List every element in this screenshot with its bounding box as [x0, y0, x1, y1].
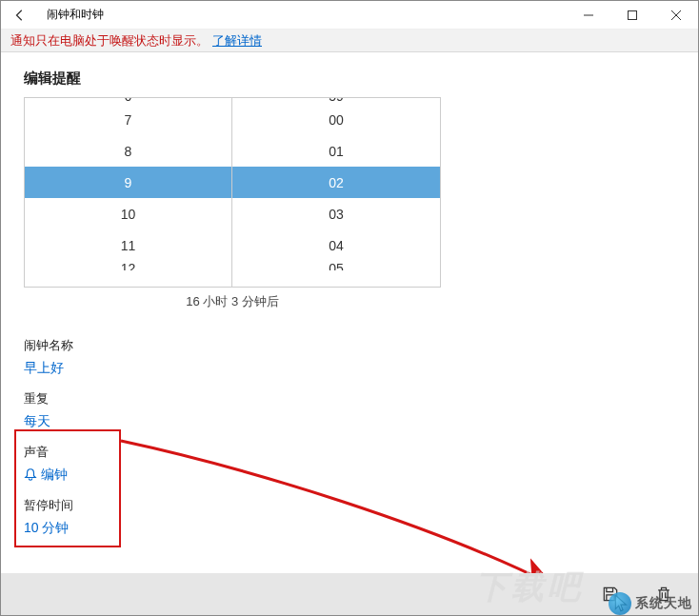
picker-item[interactable]: 8 — [25, 135, 231, 167]
picker-item[interactable]: 01 — [232, 135, 440, 167]
svg-rect-1 — [629, 11, 637, 20]
snooze-label: 暂停时间 — [24, 497, 675, 514]
page-title: 编辑提醒 — [24, 70, 675, 88]
window-titlebar: 闹钟和时钟 — [1, 1, 698, 30]
picker-item[interactable]: 10 — [25, 198, 231, 229]
back-button[interactable] — [1, 1, 39, 30]
picker-item[interactable]: 7 — [25, 104, 231, 135]
picker-item[interactable]: 04 — [232, 229, 440, 261]
sound-text: 编钟 — [41, 467, 68, 484]
picker-item-selected[interactable]: 9 — [25, 167, 231, 198]
learn-more-link[interactable]: 了解详情 — [212, 32, 262, 50]
time-picker[interactable]: 6 7 8 9 10 11 12 59 00 01 02 03 04 05 — [24, 97, 441, 288]
time-remaining-label: 16 小时 3 分钟后 — [24, 288, 441, 324]
minute-column[interactable]: 59 00 01 02 03 04 05 — [232, 98, 440, 287]
sound-label: 声音 — [24, 444, 675, 461]
watermark-bg: 下载吧 — [475, 566, 584, 609]
picker-item[interactable]: 05 — [232, 261, 440, 270]
picker-item[interactable]: 00 — [232, 104, 440, 135]
close-button[interactable] — [654, 1, 698, 30]
picker-item[interactable]: 11 — [25, 229, 231, 261]
notification-bar: 通知只在电脑处于唤醒状态时显示。 了解详情 — [1, 30, 698, 52]
notification-text: 通知只在电脑处于唤醒状态时显示。 — [10, 32, 209, 50]
watermark-text: 系统天地 — [635, 595, 692, 612]
repeat-label: 重复 — [24, 390, 675, 407]
alarm-name-value[interactable]: 早上好 — [24, 360, 675, 377]
maximize-button[interactable] — [610, 1, 654, 30]
command-bar — [1, 573, 698, 615]
picker-item[interactable]: 12 — [25, 261, 231, 270]
content-area: 编辑提醒 6 7 8 9 10 11 12 59 00 01 02 03 04 … — [1, 52, 698, 537]
alarm-name-label: 闹钟名称 — [24, 337, 675, 354]
minimize-button[interactable] — [567, 1, 610, 30]
snooze-value[interactable]: 10 分钟 — [24, 520, 675, 537]
picker-item-selected[interactable]: 02 — [232, 167, 440, 198]
window-controls — [567, 1, 698, 30]
window-title: 闹钟和时钟 — [47, 7, 104, 23]
sound-value[interactable]: 编钟 — [24, 467, 675, 484]
picker-item[interactable]: 03 — [232, 198, 440, 229]
hour-column[interactable]: 6 7 8 9 10 11 12 — [25, 98, 232, 287]
watermark-logo-icon — [609, 592, 631, 615]
bell-icon — [24, 467, 37, 484]
watermark: 系统天地 — [609, 592, 692, 615]
repeat-value[interactable]: 每天 — [24, 413, 675, 430]
